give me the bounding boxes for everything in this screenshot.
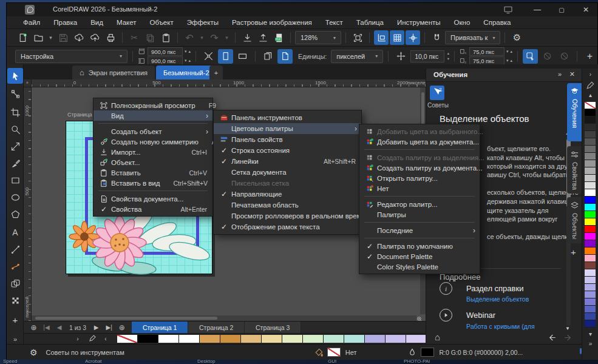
color-swatch[interactable] [585,218,596,226]
menu-item[interactable]: Панель инструментов [214,112,361,123]
color-swatch[interactable] [585,131,596,138]
color-swatch[interactable] [585,255,596,262]
color-swatch[interactable] [241,335,262,343]
color-swatch[interactable] [200,335,220,343]
horizontal-ruler[interactable]: 0500100015002000пикселей [32,79,426,87]
snap-to-select[interactable]: Привязать к▾ [445,31,500,44]
new-document-button[interactable] [15,30,30,45]
menu-item[interactable]: ✓Document Palette [359,251,480,261]
current-page-button[interactable] [277,49,293,64]
desktop-icon-label[interactable]: PHOTO-PAI [404,359,430,364]
transparency-tool[interactable] [7,275,23,291]
menu-item[interactable]: ✓Направляющие [214,189,361,200]
crop-tool[interactable] [7,104,23,120]
outline-color-swatch[interactable] [421,348,434,357]
docker-home-button[interactable]: ⌂ [435,332,440,342]
color-swatch[interactable] [585,109,596,116]
color-swatch[interactable] [365,335,386,343]
color-swatch[interactable] [344,335,365,343]
import-button[interactable] [240,30,254,45]
menubar-item-1[interactable]: Файл [16,16,47,29]
menu-item[interactable]: ВставитьCtrl+V [93,167,212,178]
menu-item[interactable]: Свойства документа... [93,194,212,204]
portrait-button[interactable] [218,49,233,64]
add-page-after-button[interactable]: ⊕ [115,323,128,332]
page-tab-2[interactable]: Страница 2 [188,322,245,334]
cloud-open-button[interactable] [72,30,86,45]
close-button[interactable]: ✕ [576,3,596,16]
color-swatch[interactable] [585,138,596,146]
add-page-before-button[interactable]: ⊕ [27,323,40,332]
show-guidelines-toggle[interactable] [406,30,420,45]
docker-tab-objects[interactable]: Объекты [567,197,582,243]
menu-item[interactable]: ✓Строка состояния [214,145,361,156]
menu-item[interactable]: Color Styles Palette [359,261,480,272]
color-swatch[interactable] [585,298,596,306]
mesh-fill-tool[interactable] [7,292,23,308]
add-control-button[interactable]: + [582,49,597,64]
text-tool[interactable]: A [7,224,23,240]
maximize-button[interactable]: ▢ [551,3,572,16]
artistic-media-tool[interactable] [7,258,23,274]
color-swatch[interactable] [585,182,596,189]
fill-color-swatch[interactable] [327,348,341,357]
previous-page-button[interactable]: ◀ [53,324,66,331]
color-swatch[interactable] [585,204,596,211]
tab-welcome-screen[interactable]: ⌂ Экран приветствия [72,66,155,79]
color-swatch[interactable] [303,335,324,343]
add-tool-button[interactable]: + [7,312,23,328]
menu-item[interactable]: Цветовые палитры› [214,123,361,134]
color-swatch[interactable] [585,116,596,124]
color-swatch[interactable] [585,240,596,248]
autofit-page-button[interactable] [201,49,216,64]
color-swatch[interactable] [585,233,596,240]
options-gear-button[interactable]: ⚙ [509,30,524,45]
color-swatch[interactable] [585,197,596,204]
line-tool[interactable] [7,241,23,257]
docker-back-button[interactable] [548,333,557,345]
menu-item[interactable]: Импорт...Ctrl+I [93,147,212,157]
color-swatch[interactable] [585,226,596,233]
spin-up-icon[interactable]: ▴ [510,58,512,63]
color-swatch[interactable] [585,153,596,160]
menubar-item-11[interactable]: Окно [447,16,477,29]
show-rulers-toggle[interactable] [374,30,389,45]
palette-scroll-left-icon[interactable]: › [70,335,86,342]
eyedropper-icon[interactable] [586,81,595,90]
color-swatch[interactable] [585,146,596,153]
cloud-save-button[interactable] [87,30,102,45]
color-swatch[interactable] [220,335,241,343]
preset-select[interactable]: Настройка▾ [15,50,127,63]
menu-item[interactable]: Последние› [359,225,480,235]
menu-item[interactable]: Сетка документа [214,167,361,178]
menu-item[interactable]: Полноэкранный просмотрF9 [93,100,212,110]
color-swatch[interactable] [262,335,282,343]
spin-down-icon[interactable]: ▾ [185,58,187,63]
scrollbar-thumb[interactable] [35,317,217,320]
fullscreen-preview-button[interactable] [350,30,365,45]
menubar-item-5[interactable]: Объект [143,16,180,29]
horizontal-scrollbar[interactable] [32,315,416,321]
spin-up-icon[interactable]: ▴ [189,58,191,63]
menu-item[interactable]: ✓СвойстваAlt+Enter [93,204,212,214]
color-swatch[interactable] [585,284,596,291]
menubar-item-6[interactable]: Эффекты [180,16,225,29]
open-dropdown-icon[interactable]: ▾ [47,30,55,45]
menu-item[interactable]: ✓Палитра по умолчанию [359,241,480,251]
menu-item[interactable]: ✓Отображение рамок текста [214,221,361,232]
menu-item[interactable]: Создать палитру из документа... [359,163,480,173]
color-swatch[interactable] [585,124,596,131]
spin-up-icon[interactable]: ▴ [189,49,191,54]
menu-item[interactable]: Добавить цвета из документа... [359,136,480,147]
color-swatch[interactable] [585,269,596,277]
menu-item[interactable]: ✓ЛинейкиAlt+Shift+R [214,156,361,167]
treat-as-filled-toggle[interactable] [523,49,538,64]
show-grid-toggle[interactable] [390,30,404,45]
landscape-button[interactable] [235,49,250,64]
shape-tool[interactable] [7,86,23,102]
all-pages-button[interactable] [260,49,276,64]
menubar-item-2[interactable]: Правка [47,16,84,29]
desktop-icon-label[interactable]: Acrobat [85,359,102,364]
desktop-icon-label[interactable]: Desktop [197,359,215,364]
spin-down-icon[interactable]: ▾ [506,58,509,63]
